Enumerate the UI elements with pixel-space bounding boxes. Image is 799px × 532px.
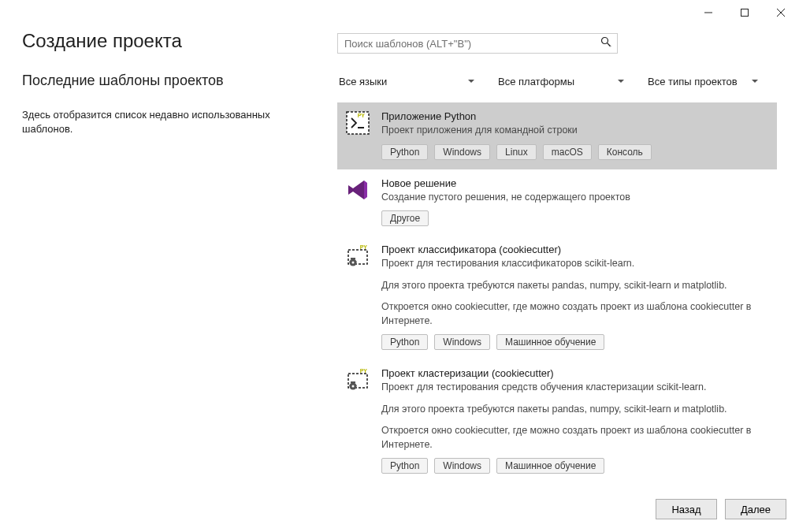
titlebar (0, 0, 799, 25)
filter-platform-dropdown[interactable]: Все платформы (496, 71, 629, 91)
svg-point-4 (602, 38, 608, 44)
maximize-button[interactable] (727, 2, 763, 24)
footer: Назад Далее (0, 486, 799, 532)
template-tag: macOS (543, 144, 592, 160)
search-box (337, 33, 618, 54)
svg-rect-19 (351, 381, 355, 383)
tag-row: PythonWindowsМашинное обучение (381, 458, 769, 474)
template-body: Приложение PythonПроект приложения для к… (381, 110, 769, 160)
template-tag: Машинное обучение (496, 458, 604, 474)
template-tag: Python (381, 334, 428, 350)
template-tag: Windows (434, 334, 490, 350)
back-button[interactable]: Назад (656, 499, 717, 519)
tag-row: Другое (381, 210, 769, 226)
template-tag: Windows (434, 458, 490, 474)
minimize-button[interactable] (690, 2, 727, 24)
filter-language-label: Все языки (339, 76, 387, 87)
svg-point-18 (352, 385, 355, 388)
filter-language-dropdown[interactable]: Все языки (337, 71, 479, 91)
template-paragraph: Для этого проекта требуются пакеты panda… (381, 403, 769, 417)
svg-text:PY: PY (360, 368, 368, 374)
filter-platform-label: Все платформы (498, 76, 574, 87)
template-tag: Другое (381, 210, 429, 226)
page-title: Создание проекта (22, 30, 321, 52)
python-app-icon: PY (345, 110, 370, 136)
template-tag: Python (381, 144, 428, 160)
template-description: Создание пустого решения, не содержащего… (381, 191, 769, 205)
template-paragraph: Для этого проекта требуются пакеты panda… (381, 279, 769, 293)
template-tag: Windows (434, 144, 490, 160)
vs-solution-icon (345, 177, 370, 203)
python-cookiecutter-icon: PY (345, 244, 370, 269)
tag-row: PythonWindowsМашинное обучение (381, 334, 769, 350)
chevron-down-icon (468, 80, 474, 83)
filter-project-type-label: Все типы проектов (648, 76, 738, 87)
template-body: Проект кластеризации (cookiecutter)Проек… (381, 367, 769, 474)
template-item[interactable]: PYПроект кластеризации (cookiecutter)Про… (337, 359, 777, 483)
template-title: Проект кластеризации (cookiecutter) (381, 367, 769, 379)
template-description: Проект приложения для командной строки (381, 124, 769, 138)
template-description: Проект для тестирования классификаторов … (381, 257, 769, 271)
template-tag: Linux (496, 144, 537, 160)
template-tag: Python (381, 458, 428, 474)
next-button[interactable]: Далее (725, 499, 786, 519)
tag-row: PythonWindowsLinuxmacOSКонсоль (381, 144, 769, 160)
svg-rect-12 (351, 258, 355, 259)
svg-text:PY: PY (358, 113, 366, 118)
template-title: Проект классификатора (cookiecutter) (381, 244, 769, 255)
template-tag: Машинное обучение (496, 334, 604, 350)
template-tag: Консоль (598, 144, 652, 160)
recent-templates-title: Последние шаблоны проектов (22, 73, 321, 89)
template-paragraph: Откроется окно cookiecutter, где можно с… (381, 300, 769, 328)
template-paragraph: Откроется окно cookiecutter, где можно с… (381, 424, 769, 452)
template-body: Новое решениеСоздание пустого решения, н… (381, 177, 769, 227)
svg-rect-1 (741, 9, 749, 17)
search-button[interactable] (595, 34, 617, 53)
template-body: Проект классификатора (cookiecutter)Прое… (381, 244, 769, 350)
chevron-down-icon (752, 80, 758, 83)
template-title: Новое решение (381, 177, 769, 189)
template-item[interactable]: PYПроект классификатора (cookiecutter)Пр… (337, 236, 777, 359)
search-input[interactable] (337, 33, 618, 54)
filter-project-type-dropdown[interactable]: Все типы проектов (646, 71, 763, 91)
svg-text:PY: PY (360, 244, 368, 250)
chevron-down-icon (618, 80, 624, 83)
python-cookiecutter-icon: PY (345, 367, 370, 392)
svg-point-11 (352, 262, 355, 264)
template-title: Приложение Python (381, 110, 769, 122)
template-item[interactable]: PYПриложение PythonПроект приложения для… (337, 102, 777, 169)
close-button[interactable] (763, 2, 799, 24)
recent-templates-empty: Здесь отобразится список недавно использ… (22, 108, 321, 136)
template-description: Проект для тестирования средств обучения… (381, 381, 769, 395)
search-icon (600, 36, 611, 50)
template-item[interactable]: Новое решениеСоздание пустого решения, н… (337, 169, 777, 236)
template-list: PYПриложение PythonПроект приложения для… (337, 102, 777, 483)
